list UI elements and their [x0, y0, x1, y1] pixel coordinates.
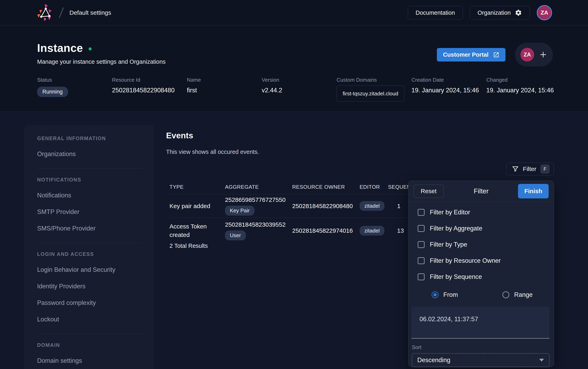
filter-by-aggregate-option[interactable]: Filter by Aggregate: [418, 220, 554, 236]
sidebar-item-notifications[interactable]: Notifications: [37, 192, 142, 199]
event-type: Access Token created: [166, 222, 225, 239]
meta-creation-date-label: Creation Date: [411, 77, 486, 83]
documentation-button-label: Documentation: [416, 10, 455, 16]
filter-by-sequence-label: Filter by Sequence: [430, 273, 482, 280]
sidebar-item-identity-providers[interactable]: Identity Providers: [37, 283, 142, 290]
filter-by-type-option[interactable]: Filter by Type: [418, 236, 554, 253]
sidebar-item-sms-phone-provider[interactable]: SMS/Phone Provider: [37, 225, 142, 232]
checkbox-icon: [418, 209, 425, 216]
filter-button-label: Filter: [523, 165, 536, 172]
status-badge: Running: [37, 87, 68, 97]
meta-status-label: Status: [37, 77, 112, 83]
instance-avatar-initials: ZA: [524, 52, 531, 58]
customer-portal-button[interactable]: Customer Portal: [437, 48, 505, 62]
resource-owner: 250281845822974016: [292, 227, 360, 234]
filter-by-type-label: Filter by Type: [430, 241, 467, 248]
meta-changed-value: 19. January 2024, 15:46: [486, 87, 561, 94]
meta-custom-domains-label: Custom Domains: [336, 77, 411, 83]
gear-icon: [515, 9, 522, 16]
events-description: This view shows all occured events.: [166, 149, 259, 155]
filter-checkbox-list: Filter by Editor Filter by Aggregate Fil…: [409, 202, 554, 285]
event-type: Key pair added: [166, 202, 225, 210]
sidebar-item-smtp-provider[interactable]: SMTP Provider: [37, 208, 142, 216]
event-aggregate: 250281845823039552 User: [225, 221, 292, 240]
sort-dropdown[interactable]: Descending: [412, 353, 549, 367]
meta-version: Version v2.44.2: [262, 77, 336, 102]
filter-panel-header: Reset Filter Finish: [409, 181, 554, 202]
meta-resource-id-value: 250281845822908480: [112, 87, 187, 94]
meta-name-label: Name: [187, 77, 262, 83]
radio-from-label: From: [443, 291, 458, 298]
editor-badge: zitadel: [360, 226, 384, 236]
radio-from[interactable]: From: [409, 287, 481, 303]
instance-avatar-group[interactable]: ZA: [515, 43, 553, 67]
sidebar-section-login-access: LOGIN AND ACCESS: [37, 251, 142, 257]
sidebar-section-general: GENERAL INFORMATION: [37, 135, 142, 141]
organization-button-label: Organization: [478, 10, 511, 16]
filter-button[interactable]: Filter F: [506, 163, 554, 175]
user-avatar[interactable]: ZA: [537, 5, 552, 20]
aggregate-id: 250281845823039552: [225, 221, 285, 228]
meta-creation-date-value: 19. January 2024, 15:46: [411, 87, 486, 94]
documentation-button[interactable]: Documentation: [408, 6, 463, 20]
custom-domain-chip[interactable]: first-tqszuy.zitadel.cloud: [336, 85, 404, 102]
instance-avatar: ZA: [520, 48, 534, 62]
checkbox-icon: [418, 241, 425, 248]
breadcrumb: Default settings: [69, 9, 111, 16]
checkbox-icon: [418, 257, 425, 264]
funnel-icon: [512, 165, 519, 172]
external-link-icon: [493, 52, 499, 58]
content-area: GENERAL INFORMATION Organizations NOTIFI…: [0, 112, 588, 369]
page-subtitle: Manage your instance settings and Organi…: [37, 59, 166, 65]
aggregate-type-badge: Key Pair: [225, 206, 254, 215]
meta-changed: Changed 19. January 2024, 15:46: [486, 77, 561, 102]
reset-button[interactable]: Reset: [414, 184, 443, 198]
sidebar-item-domain-settings[interactable]: Domain settings: [37, 357, 142, 365]
sidebar-item-lockout[interactable]: Lockout: [37, 316, 142, 323]
finish-button[interactable]: Finish: [518, 184, 549, 198]
filter-panel: Reset Filter Finish Filter by Editor Fil…: [408, 180, 554, 367]
sort-label: Sort: [412, 344, 554, 350]
meta-name: Name first: [187, 77, 262, 102]
meta-creation-date: Creation Date 19. January 2024, 15:46: [411, 77, 486, 102]
filter-by-resource-owner-label: Filter by Resource Owner: [430, 257, 501, 264]
topbar: Default settings Documentation Organizat…: [0, 0, 588, 26]
settings-sidebar: GENERAL INFORMATION Organizations NOTIFI…: [24, 125, 154, 369]
status-green-dot: [89, 47, 92, 51]
date-input[interactable]: 06.02.2024, 11:37:57: [411, 307, 549, 338]
filter-by-sequence-option[interactable]: Filter by Sequence: [418, 269, 554, 285]
meta-custom-domains: Custom Domains first-tqszuy.zitadel.clou…: [336, 77, 411, 102]
meta-changed-label: Changed: [486, 77, 561, 83]
breadcrumb-separator: [59, 7, 64, 18]
instance-title-row: Instance: [37, 41, 92, 54]
resource-owner: 250281845822908480: [292, 203, 360, 209]
filter-by-editor-label: Filter by Editor: [430, 209, 470, 216]
meta-resource-id: Resource Id 250281845822908480: [112, 77, 187, 102]
meta-status: Status Running: [37, 77, 112, 102]
sidebar-item-password-complexity[interactable]: Password complexity: [37, 299, 142, 307]
sidebar-divider: [37, 243, 142, 243]
sequence-mode-radios: From Range: [409, 287, 554, 303]
aggregate-type-badge: User: [225, 230, 246, 240]
instance-meta-row: Status Running Resource Id 2502818458229…: [37, 77, 564, 102]
filter-shortcut-badge: F: [540, 164, 550, 174]
meta-name-value: first: [187, 87, 262, 94]
zitadel-logo-icon[interactable]: [36, 4, 55, 22]
sidebar-item-organizations[interactable]: Organizations: [37, 150, 142, 158]
column-header-type: TYPE: [166, 184, 225, 190]
add-icon: [539, 51, 547, 59]
sidebar-item-login-behavior[interactable]: Login Behavior and Security: [37, 266, 142, 274]
column-header-resource-owner: RESOURCE OWNER: [292, 184, 360, 190]
radio-range[interactable]: Range: [481, 287, 554, 303]
filter-by-aggregate-label: Filter by Aggregate: [430, 225, 482, 232]
filter-by-resource-owner-option[interactable]: Filter by Resource Owner: [418, 253, 554, 269]
sidebar-section-domain: DOMAIN: [37, 342, 142, 348]
organization-button[interactable]: Organization: [470, 6, 530, 20]
meta-version-value: v2.44.2: [262, 87, 336, 94]
filter-by-editor-option[interactable]: Filter by Editor: [418, 204, 554, 220]
sidebar-section-notifications: NOTIFICATIONS: [37, 177, 142, 183]
total-results: 2 Total Results: [169, 243, 208, 249]
event-aggregate: 252865985776727550 Key Pair: [225, 196, 292, 215]
radio-unselected-icon: [503, 291, 509, 298]
editor-badge: zitadel: [360, 201, 384, 211]
